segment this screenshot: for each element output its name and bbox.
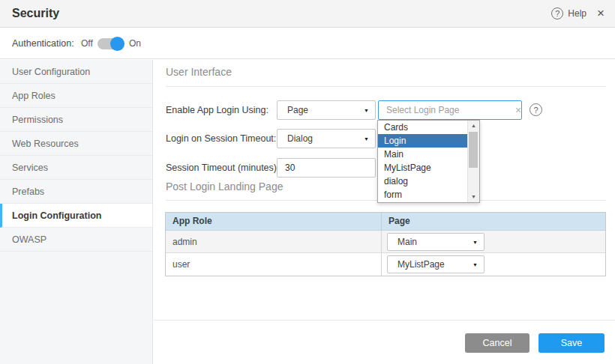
cancel-button[interactable]: Cancel	[465, 333, 530, 353]
sidebar-item-app-roles[interactable]: App Roles	[0, 84, 152, 108]
app-role-cell: user	[166, 253, 382, 276]
scrollbar-thumb[interactable]	[469, 132, 478, 168]
dropdown-option-dialog[interactable]: dialog	[378, 175, 467, 188]
sidebar-item-login-configuration[interactable]: Login Configuration	[0, 204, 152, 228]
table-header-row: App Role Page	[166, 213, 605, 231]
session-timeout-minutes-label: Session Timeout (minutes):	[166, 158, 279, 178]
toggle-on-label: On	[129, 28, 141, 59]
enable-app-login-label: Enable App Login Using:	[166, 100, 268, 120]
authentication-bar: Authentication: Off On	[0, 28, 615, 59]
select-login-page-input[interactable]	[378, 100, 522, 120]
section-title-user-interface: User Interface	[166, 66, 232, 78]
field-help-icon[interactable]: ?	[530, 103, 542, 116]
page-title: Security	[12, 0, 59, 27]
toggle-knob	[110, 37, 124, 51]
session-timeout-type-value: Dialog	[278, 130, 375, 148]
page-cell: Main ▼	[382, 231, 605, 252]
chevron-down-icon: ▼	[364, 136, 369, 142]
user-page-select[interactable]: MyListPage ▼	[387, 255, 484, 273]
title-bar: Security ? Help ×	[0, 0, 615, 28]
dropdown-option-list: Cards Login Main MyListPage dialog form	[378, 121, 467, 202]
toggle-off-label: Off	[81, 28, 93, 59]
table-row: admin Main ▼	[166, 231, 605, 253]
dropdown-option-cards[interactable]: Cards	[378, 121, 467, 134]
dropdown-scrollbar[interactable]: ▲ ▼	[467, 121, 479, 202]
user-page-select-value: MyListPage	[388, 256, 484, 273]
security-settings-panel: Security ? Help × Authentication: Off On…	[0, 0, 615, 364]
session-timeout-login-label: Login on Session Timeout:	[166, 129, 276, 148]
sidebar-item-user-configuration[interactable]: User Configuration	[0, 60, 152, 84]
session-timeout-minutes-input[interactable]	[277, 158, 376, 178]
footer-divider	[154, 320, 615, 321]
login-page-dropdown: Cards Login Main MyListPage dialog form …	[377, 120, 480, 203]
help-label: Help	[568, 8, 586, 19]
sidebar-item-owasp[interactable]: OWASP	[0, 228, 152, 252]
close-icon[interactable]: ×	[594, 0, 608, 26]
scroll-down-icon[interactable]: ▼	[468, 192, 479, 202]
chevron-down-icon: ▼	[472, 262, 478, 267]
authentication-label: Authentication:	[12, 28, 74, 59]
dropdown-option-login[interactable]: Login	[378, 134, 467, 148]
authentication-toggle[interactable]	[98, 38, 123, 49]
help-circle-icon: ?	[551, 7, 563, 19]
help-button[interactable]: ? Help	[551, 0, 586, 27]
dropdown-option-mylistpage[interactable]: MyListPage	[378, 161, 467, 175]
sidebar-item-permissions[interactable]: Permissions	[0, 108, 152, 132]
admin-page-select-value: Main	[388, 234, 484, 250]
settings-sidebar: User Configuration App Roles Permissions…	[0, 60, 153, 364]
dropdown-option-form[interactable]: form	[378, 188, 467, 201]
column-header-page: Page	[382, 213, 605, 230]
chevron-down-icon: ▼	[472, 240, 478, 245]
section-title-post-login: Post Login Landing Page	[166, 181, 283, 192]
page-cell: MyListPage ▼	[382, 253, 605, 276]
scroll-up-icon[interactable]: ▲	[468, 121, 479, 131]
dropdown-option-main[interactable]: Main	[378, 148, 467, 161]
section-divider	[166, 86, 606, 87]
table-row: user MyListPage ▼	[166, 253, 605, 276]
login-configuration-content: User Interface Enable App Login Using: P…	[154, 59, 615, 364]
app-role-cell: admin	[166, 231, 382, 252]
login-type-select[interactable]: Page ▼	[277, 100, 376, 120]
sidebar-item-services[interactable]: Services	[0, 156, 152, 180]
chevron-down-icon: ▼	[364, 108, 369, 113]
sidebar-item-prefabs[interactable]: Prefabs	[0, 180, 152, 204]
save-button[interactable]: Save	[538, 333, 604, 353]
session-timeout-type-select[interactable]: Dialog ▼	[277, 129, 376, 148]
landing-page-table: App Role Page admin Main ▼ user MyListPa…	[165, 212, 606, 276]
sidebar-item-web-resources[interactable]: Web Resources	[0, 132, 152, 156]
column-header-app-role: App Role	[166, 213, 382, 230]
admin-page-select[interactable]: Main ▼	[387, 233, 484, 251]
login-type-select-value: Page	[278, 101, 375, 119]
clear-icon[interactable]: ×	[508, 100, 528, 120]
